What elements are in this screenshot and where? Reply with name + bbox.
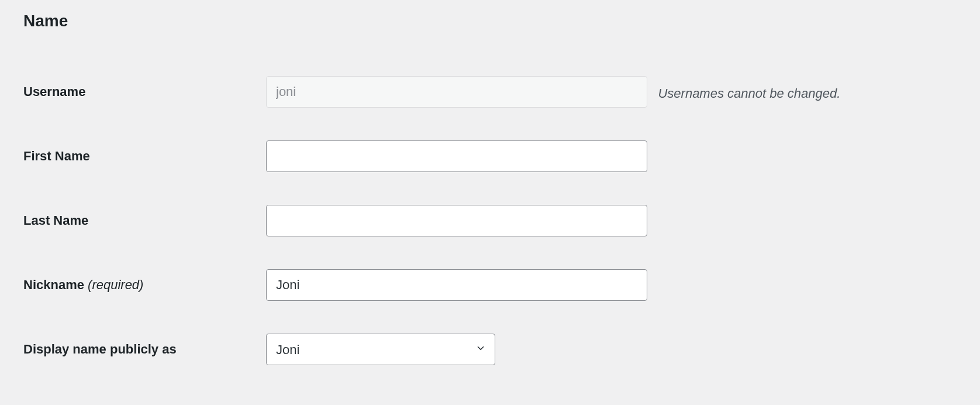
- username-input: [266, 76, 647, 108]
- first-name-input[interactable]: [266, 140, 647, 172]
- nickname-label-text: Nickname: [23, 277, 88, 292]
- display-name-label: Display name publicly as: [23, 342, 177, 356]
- section-heading-name: Name: [23, 12, 957, 30]
- display-name-select[interactable]: Joni: [266, 334, 495, 365]
- username-note: Usernames cannot be changed.: [658, 86, 840, 101]
- nickname-input[interactable]: [266, 269, 647, 301]
- nickname-required-note: (required): [88, 277, 143, 292]
- nickname-label: Nickname (required): [23, 277, 143, 292]
- last-name-input[interactable]: [266, 205, 647, 236]
- first-name-label: First Name: [23, 149, 90, 163]
- username-label: Username: [23, 84, 85, 99]
- name-form-table: Username Usernames cannot be changed. Fi…: [23, 60, 957, 382]
- last-name-label: Last Name: [23, 213, 88, 228]
